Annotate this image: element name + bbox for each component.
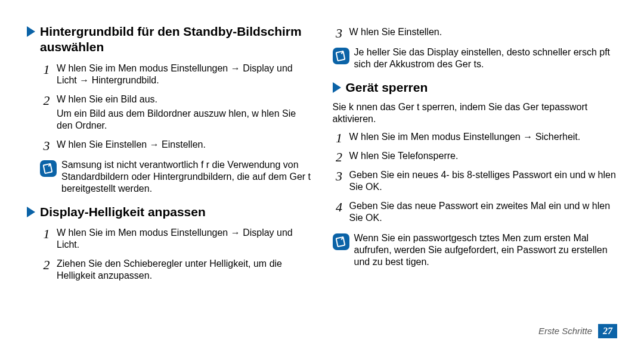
step-number: 3 [333,170,346,183]
step-text: W hlen Sie ein Bild aus. [57,94,312,105]
step-body: W hlen Sie im Men modus Einstellungen → … [53,63,312,89]
note-icon [40,160,57,177]
step-item: 1 W hlen Sie im Men modus Einstellungen … [40,63,312,89]
note-icon [333,48,349,64]
step-item: 3 Geben Sie ein neues 4- bis 8-stelliges… [333,169,618,195]
step-body: W hlen Sie Telefonsperre. [346,150,618,164]
step-body: Geben Sie das neue Passwort ein zweites … [346,200,618,226]
step-number: 1 [40,228,53,241]
note: Je heller Sie das Display einstellen, de… [333,46,618,70]
note-text: Wenn Sie ein passwortgesch tztes Men zum… [354,232,618,268]
step-text: Um ein Bild aus dem Bildordner auszuw hl… [57,108,312,132]
footer-page-number: 27 [598,324,617,338]
note-text: Samsung ist nicht verantwortlich f r die… [61,159,312,195]
section-title: Hintergrundbild für den Standby-Bildschi… [40,24,312,55]
step-body: W hlen Sie ein Bild aus. Um ein Bild aus… [53,94,312,134]
step-text: W hlen Sie Einstellen. [349,26,618,38]
step-item: 3 W hlen Sie Einstellen → Einstellen. [40,139,312,153]
step-item: 2 W hlen Sie Telefonsperre. [333,150,618,164]
step-body: W hlen Sie im Men modus Einstellungen → … [346,131,618,145]
note-icon [333,233,349,250]
chevron-icon [333,82,341,93]
step-body: W hlen Sie Einstellen → Einstellen. [53,139,312,153]
chevron-icon [27,207,35,217]
note: Wenn Sie ein passwortgesch tztes Men zum… [333,232,618,268]
section-heading-wallpaper: Hintergrundbild für den Standby-Bildschi… [27,24,312,55]
section-intro: Sie k nnen das Ger t sperren, indem Sie … [333,101,618,125]
page-footer: Erste Schritte 27 [538,324,617,338]
step-item: 3 W hlen Sie Einstellen. [333,26,618,40]
step-item: 2 Ziehen Sie den Schieberegler unter Hel… [40,258,312,284]
step-text: Geben Sie das neue Passwort ein zweites … [349,200,618,224]
step-text: Geben Sie ein neues 4- bis 8-stelliges P… [349,169,618,193]
manual-page: Hintergrundbild für den Standby-Bildschi… [0,0,644,349]
step-number: 2 [40,94,53,107]
step-text: W hlen Sie im Men modus Einstellungen → … [57,63,312,86]
step-item: 1 W hlen Sie im Men modus Einstellungen … [40,227,312,253]
step-item: 2 W hlen Sie ein Bild aus. Um ein Bild a… [40,94,312,134]
chevron-icon [27,26,35,37]
step-text: W hlen Sie Einstellen → Einstellen. [57,139,312,151]
step-text: W hlen Sie Telefonsperre. [349,150,618,162]
left-column: Hintergrundbild für den Standby-Bildschi… [27,24,312,337]
note-text: Je heller Sie das Display einstellen, de… [354,46,618,70]
section-heading-lock: Gerät sperren [333,80,618,95]
section-title: Display-Helligkeit anpassen [40,204,206,220]
right-column: 3 W hlen Sie Einstellen. Je heller Sie d… [333,24,618,337]
step-item: 1 W hlen Sie im Men modus Einstellungen … [333,131,618,145]
step-text: W hlen Sie im Men modus Einstellungen → … [349,131,618,143]
section-heading-brightness: Display-Helligkeit anpassen [27,204,312,220]
step-number: 1 [40,63,53,76]
step-text: W hlen Sie im Men modus Einstellungen → … [57,227,312,251]
step-item: 4 Geben Sie das neue Passwort ein zweite… [333,200,618,226]
step-body: W hlen Sie Einstellen. [346,26,618,40]
step-body: Ziehen Sie den Schieberegler unter Helli… [53,258,312,284]
step-number: 1 [333,132,346,145]
step-number: 3 [333,27,346,40]
section-title: Gerät sperren [346,80,428,95]
step-text: Ziehen Sie den Schieberegler unter Helli… [57,258,312,282]
step-number: 3 [40,139,53,152]
step-body: W hlen Sie im Men modus Einstellungen → … [53,227,312,253]
step-number: 2 [333,151,346,164]
step-body: Geben Sie ein neues 4- bis 8-stelliges P… [346,169,618,195]
step-number: 2 [40,258,53,272]
note: Samsung ist nicht verantwortlich f r die… [40,159,312,195]
step-number: 4 [333,201,346,214]
footer-section-label: Erste Schritte [538,326,592,337]
